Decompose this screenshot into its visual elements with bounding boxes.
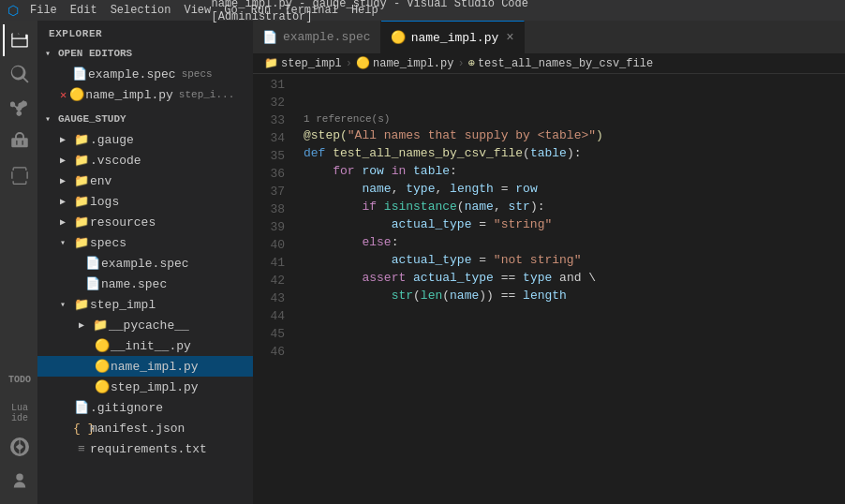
name-spec-icon: 📄 — [84, 276, 101, 291]
example-spec-label: example.spec — [101, 257, 189, 271]
activity-explorer[interactable] — [3, 24, 35, 56]
activity-lua[interactable]: Luaide — [3, 397, 35, 429]
code-line-31 — [304, 76, 845, 94]
titlebar: ⬡ File Edit Selection View Go Run Termin… — [0, 0, 845, 21]
tabs-bar: 📄 example.spec 🟡 name_impl.py × — [253, 21, 845, 53]
activity-search[interactable] — [3, 58, 35, 90]
open-editor-name-impl-badge: step_i... — [179, 89, 234, 100]
pycache-arrow: ▶ — [79, 319, 92, 331]
tree-pycache[interactable]: ▶ 📁 __pycache__ — [37, 315, 253, 335]
resources-folder-icon: 📁 — [73, 215, 90, 230]
code-line-42: str(len(name)) == length — [304, 287, 845, 304]
open-editors-header[interactable]: ▾ OPEN EDITORS — [37, 43, 253, 64]
tree-requirements[interactable]: ≡ requirements.txt — [37, 438, 253, 459]
logs-arrow: ▶ — [60, 196, 73, 207]
code-line-44 — [304, 322, 845, 340]
menu-selection[interactable]: Selection — [105, 2, 177, 19]
explorer-title: EXPLORER — [37, 21, 253, 43]
init-py-icon: 🟡 — [94, 338, 111, 353]
activity-extensions[interactable] — [3, 159, 35, 191]
open-editors-arrow: ▾ — [45, 48, 58, 59]
tree-resources[interactable]: ▶ 📁 resources — [37, 212, 253, 232]
example-spec-icon: 📄 — [84, 256, 101, 271]
tab-example-spec[interactable]: 📄 example.spec — [253, 21, 381, 53]
tree-name-impl-py[interactable]: 🟡 name_impl.py — [37, 356, 253, 377]
activity-remote[interactable] — [3, 431, 35, 463]
env-label: env — [90, 174, 111, 188]
activity-bottom: TODO Luaide — [3, 363, 35, 504]
activity-bar: TODO Luaide — [0, 21, 37, 504]
specs-arrow: ▾ — [60, 237, 73, 248]
gauge-arrow: ▶ — [60, 134, 73, 145]
tab-name-impl-py[interactable]: 🟡 name_impl.py × — [381, 21, 525, 53]
modified-dot: ✕ — [60, 88, 67, 102]
tree-step-impl-py[interactable]: 🟡 step_impl.py — [37, 377, 253, 397]
manifest-icon: { } — [73, 422, 90, 436]
tree-logs[interactable]: ▶ 📁 logs — [37, 191, 253, 212]
code-line-35: for row in table: — [304, 162, 845, 180]
env-arrow: ▶ — [60, 175, 73, 186]
tab-example-spec-icon: 📄 — [262, 30, 277, 45]
init-py-label: __init__.py — [111, 339, 191, 353]
step-impl-folder-icon: 📁 — [73, 297, 90, 312]
tree-step-impl[interactable]: ▾ 📁 step_impl — [37, 294, 253, 315]
open-editor-example-spec-label: example.spec — [88, 67, 176, 82]
gitignore-icon: 📄 — [73, 400, 90, 415]
vscode-folder-icon: 📁 — [73, 153, 90, 168]
tree-vscode[interactable]: ▶ 📁 .vscode — [37, 150, 253, 170]
tab-close-button[interactable]: × — [506, 30, 513, 45]
tree-name-spec[interactable]: 📄 name.spec — [37, 274, 253, 294]
code-line-38: actual_type = "string" — [304, 215, 845, 233]
tree-gauge[interactable]: ▶ 📁 .gauge — [37, 129, 253, 150]
main-layout: TODO Luaide EXPLORER ▾ OPEN EDITORS � — [0, 21, 845, 504]
tab-example-spec-label: example.spec — [283, 30, 371, 44]
code-line-40: actual_type = "not string" — [304, 251, 845, 269]
breadcrumb-name-impl: 🟡 name_impl.py — [356, 56, 453, 70]
editor-area: 📄 example.spec 🟡 name_impl.py × 📁 step_i… — [253, 21, 845, 504]
activity-todo[interactable]: TODO — [3, 363, 35, 395]
menu-file[interactable]: File — [24, 2, 63, 19]
code-line-41: assert actual_type == type and \ — [304, 269, 845, 287]
code-line-33: @step("All names that supply by <table>"… — [304, 126, 845, 144]
requirements-icon: ≡ — [73, 442, 90, 456]
open-editor-example-spec[interactable]: 📄 example.spec specs — [37, 64, 253, 84]
reference-indicator: 1 reference(s) — [304, 111, 845, 126]
logs-label: logs — [90, 195, 119, 209]
tree-env[interactable]: ▶ 📁 env — [37, 170, 253, 191]
open-editor-name-impl[interactable]: ✕ 🟡 name_impl.py step_i... — [37, 84, 253, 105]
breadcrumb-step-impl: 📁 step_impl — [264, 56, 342, 70]
line-numbers: 31 32 33 34 35 36 37 38 39 40 41 42 43 4… — [253, 74, 294, 504]
project-arrow: ▾ — [45, 113, 58, 125]
name-impl-py-icon: 🟡 — [94, 359, 111, 374]
vscode-logo: ⬡ — [7, 3, 19, 19]
tree-init-py[interactable]: 🟡 __init__.py — [37, 335, 253, 356]
activity-account[interactable] — [3, 465, 35, 497]
gauge-folder-icon: 📁 — [73, 132, 90, 147]
code-line-36: name, type, length = row — [304, 180, 845, 198]
vscode-label: .vscode — [90, 154, 141, 168]
reference-text: 1 reference(s) — [304, 111, 390, 126]
breadcrumb-sep-1: › — [346, 57, 352, 70]
logs-folder-icon: 📁 — [73, 194, 90, 209]
step-impl-arrow: ▾ — [60, 299, 73, 310]
code-content[interactable]: 1 reference(s) @step("All names that sup… — [294, 74, 845, 504]
pycache-label: __pycache__ — [109, 319, 189, 333]
tree-example-spec[interactable]: 📄 example.spec — [37, 253, 253, 274]
code-editor[interactable]: 31 32 33 34 35 36 37 38 39 40 41 42 43 4… — [253, 74, 845, 504]
menu-edit[interactable]: Edit — [65, 2, 103, 19]
tree-gitignore[interactable]: 📄 .gitignore — [37, 397, 253, 418]
gitignore-label: .gitignore — [90, 401, 163, 415]
name-impl-py-label: name_impl.py — [111, 360, 199, 374]
code-line-34: def test_all_names_by_csv_file(table): — [304, 144, 845, 162]
code-line-37: if isinstance(name, str): — [304, 198, 845, 215]
code-line-32 — [304, 94, 845, 111]
step-impl-py-label: step_impl.py — [111, 380, 199, 394]
activity-debug[interactable] — [3, 126, 35, 157]
tree-manifest[interactable]: { } manifest.json — [37, 418, 253, 438]
specs-folder-icon: 📁 — [73, 235, 90, 250]
project-header[interactable]: ▾ GAUGE_STUDY — [37, 109, 253, 129]
tree-specs[interactable]: ▾ 📁 specs — [37, 232, 253, 253]
tab-name-impl-label: name_impl.py — [411, 31, 499, 45]
activity-git[interactable] — [3, 92, 35, 124]
project-label: GAUGE_STUDY — [58, 113, 126, 125]
